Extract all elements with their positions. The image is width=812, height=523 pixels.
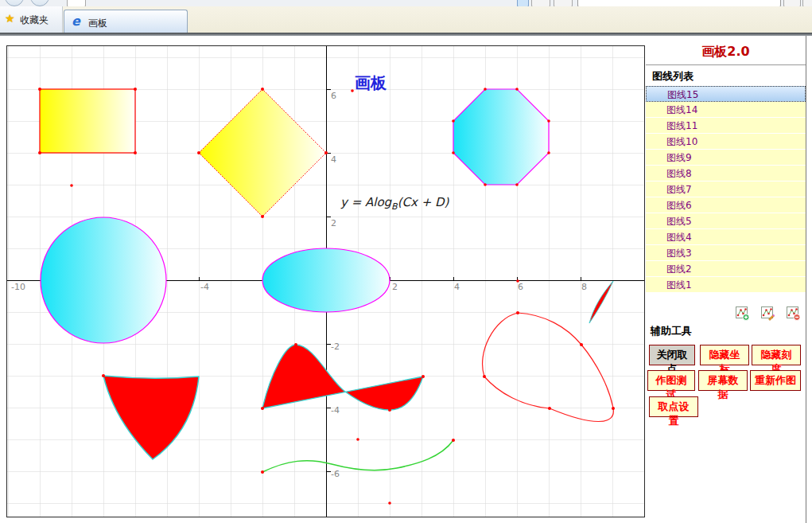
browser-toolbar-strip [0,0,812,6]
frame-divider [806,36,806,523]
canvas-svg: -10 -4 2 4 6 8 6 4 2 -2 -4 -6 [7,46,644,517]
ellipse-shape[interactable] [262,248,390,312]
curve-list-item[interactable]: 图线10 [646,134,806,150]
curve-list-item[interactable]: 图线11 [646,118,806,134]
curve-list-item[interactable]: 图线8 [646,166,806,181]
forward-button[interactable] [30,0,49,6]
favorites-star-icon: ★ [5,12,15,25]
favicon-box [67,0,86,6]
favorites-button[interactable]: ★ 收藏夹 [0,6,63,33]
y-axis-label: 4 [331,154,336,165]
toolbar-button[interactable] [531,0,550,6]
rectangle-shape[interactable] [40,89,135,153]
app-title: 画板2.0 [646,44,806,60]
curve-list-item[interactable]: 图线6 [646,197,806,213]
curve-list-item[interactable]: 图线5 [646,213,806,229]
edit-curve-icon[interactable] [761,306,775,321]
drawing-canvas[interactable]: -10 -4 2 4 6 8 6 4 2 -2 -4 -6 [6,45,645,517]
y-axis-label: 6 [331,91,336,101]
toolbar-button[interactable] [554,0,573,6]
y-axis-label: -2 [331,342,340,352]
tools-header: 辅助工具 [651,324,692,338]
sidebar: 画板2.0 图线列表 图线15 图线14 图线11 图线10 图线9 图线8 图… [646,36,806,523]
curve-list-item[interactable]: 图线3 [646,245,806,261]
curve-list-header: 图线列表 [652,69,694,84]
toolbar-button[interactable] [783,0,801,6]
curve-list-item[interactable]: 图线4 [646,229,806,245]
curve-list: 图线15 图线14 图线11 图线10 图线9 图线8 图线7 图线6 图线5 … [646,86,806,293]
back-button[interactable] [5,0,24,6]
x-axis-label: -10 [11,282,25,292]
curve-list-item[interactable]: 图线1 [646,277,806,293]
point-settings-button[interactable]: 取点设置 [649,396,698,417]
y-axis-label: 2 [331,218,336,228]
x-axis-label: 8 [581,282,587,292]
canvas-title[interactable]: 画板 [355,73,387,92]
page-content: -10 -4 2 4 6 8 6 4 2 -2 -4 -6 [0,36,812,523]
y-axis-label: -6 [331,469,340,479]
tab-bar: ★ 收藏夹 e 画板 [0,6,812,33]
close-picking-button[interactable]: 关闭取点 [649,345,695,365]
favorites-label: 收藏夹 [20,14,49,27]
tab-title: 画板 [88,17,107,30]
x-axis-label: 2 [392,282,398,292]
x-axis-label: 6 [518,282,523,292]
search-input[interactable] [577,0,781,6]
delete-curve-icon[interactable] [787,306,801,321]
curve-list-item[interactable]: 图线9 [646,150,806,166]
y-axis-label: -4 [331,405,340,416]
divider [646,64,806,65]
x-axis-label: -4 [200,282,209,292]
curve-list-item[interactable]: 图线7 [646,181,806,197]
x-axis-label: 4 [454,282,460,292]
draw-test-button[interactable]: 作图测试 [647,370,695,391]
curve-list-item[interactable]: 图线2 [646,261,806,277]
toolbar-button-active[interactable] [517,0,529,6]
curve-list-item[interactable]: 图线14 [646,102,806,118]
redraw-button[interactable]: 重新作图 [750,370,801,391]
tab-huaban[interactable]: e 画板 [64,10,188,33]
ie-icon: e [72,14,80,29]
add-curve-icon[interactable] [736,306,750,321]
hide-axes-button[interactable]: 隐藏坐标 [700,345,749,365]
curve-list-item[interactable]: 图线15 [646,86,806,102]
hide-scale-button[interactable]: 隐藏刻度 [752,345,801,365]
toolbar-button[interactable] [802,0,812,6]
screen-data-button[interactable]: 屏幕数据 [698,370,748,391]
circle-shape[interactable] [41,217,166,343]
curve-edit-icons [646,306,801,322]
